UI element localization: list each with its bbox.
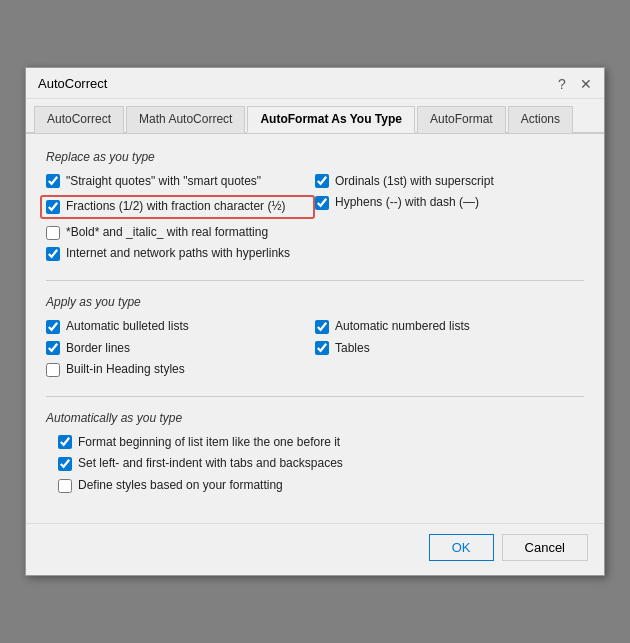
auto-numbered-label[interactable]: Automatic numbered lists [335, 319, 470, 335]
tab-autoformat[interactable]: AutoFormat [417, 106, 506, 133]
apply-columns: Automatic bulleted lists Border lines Bu… [46, 319, 584, 378]
auto-items: Format beginning of list item like the o… [46, 435, 584, 494]
bold-italic-row: *Bold* and _italic_ with real formatting [46, 225, 315, 241]
define-styles-row: Define styles based on your formatting [58, 478, 584, 494]
ordinals-label[interactable]: Ordinals (1st) with superscript [335, 174, 494, 190]
tab-autocorrect[interactable]: AutoCorrect [34, 106, 124, 133]
replace-section-title: Replace as you type [46, 150, 584, 164]
set-indent-checkbox[interactable] [58, 457, 72, 471]
tab-math-autocorrect[interactable]: Math AutoCorrect [126, 106, 245, 133]
tables-label[interactable]: Tables [335, 341, 370, 357]
divider-2 [46, 396, 584, 397]
auto-bulleted-checkbox[interactable] [46, 320, 60, 334]
close-button[interactable]: ✕ [576, 74, 596, 94]
replace-section: Replace as you type "Straight quotes" wi… [46, 150, 584, 262]
fractions-checkbox[interactable] [46, 200, 60, 214]
border-lines-checkbox[interactable] [46, 341, 60, 355]
auto-section: Automatically as you type Format beginni… [46, 411, 584, 494]
define-styles-label[interactable]: Define styles based on your formatting [78, 478, 283, 494]
internet-paths-label[interactable]: Internet and network paths with hyperlin… [66, 246, 290, 262]
define-styles-checkbox[interactable] [58, 479, 72, 493]
ordinals-checkbox[interactable] [315, 174, 329, 188]
fractions-label[interactable]: Fractions (1/2) with fraction character … [66, 199, 285, 215]
replace-col1: "Straight quotes" with "smart quotes" Fr… [46, 174, 315, 262]
help-button[interactable]: ? [552, 74, 572, 94]
straight-quotes-label[interactable]: "Straight quotes" with "smart quotes" [66, 174, 261, 190]
bold-italic-label[interactable]: *Bold* and _italic_ with real formatting [66, 225, 268, 241]
format-beginning-checkbox[interactable] [58, 435, 72, 449]
set-indent-label[interactable]: Set left- and first-indent with tabs and… [78, 456, 343, 472]
bold-italic-checkbox[interactable] [46, 226, 60, 240]
apply-section: Apply as you type Automatic bulleted lis… [46, 295, 584, 378]
heading-styles-row: Built-in Heading styles [46, 362, 315, 378]
dialog-content: Replace as you type "Straight quotes" wi… [26, 134, 604, 524]
straight-quotes-checkbox[interactable] [46, 174, 60, 188]
title-bar: AutoCorrect ? ✕ [26, 68, 604, 99]
auto-bulleted-row: Automatic bulleted lists [46, 319, 315, 335]
tables-row: Tables [315, 341, 584, 357]
cancel-button[interactable]: Cancel [502, 534, 588, 561]
hyphens-checkbox[interactable] [315, 196, 329, 210]
dialog-footer: OK Cancel [26, 523, 604, 575]
replace-col2: Ordinals (1st) with superscript Hyphens … [315, 174, 584, 262]
auto-section-title: Automatically as you type [46, 411, 584, 425]
tables-checkbox[interactable] [315, 341, 329, 355]
fractions-row: Fractions (1/2) with fraction character … [40, 195, 315, 219]
straight-quotes-row: "Straight quotes" with "smart quotes" [46, 174, 315, 190]
divider-1 [46, 280, 584, 281]
tab-autoformat-as-you-type[interactable]: AutoFormat As You Type [247, 106, 415, 133]
set-indent-row: Set left- and first-indent with tabs and… [58, 456, 584, 472]
hyphens-row: Hyphens (--) with dash (—) [315, 195, 584, 211]
title-buttons: ? ✕ [552, 74, 596, 94]
heading-styles-label[interactable]: Built-in Heading styles [66, 362, 185, 378]
internet-paths-checkbox[interactable] [46, 247, 60, 261]
auto-numbered-row: Automatic numbered lists [315, 319, 584, 335]
internet-paths-row: Internet and network paths with hyperlin… [46, 246, 315, 262]
replace-columns: "Straight quotes" with "smart quotes" Fr… [46, 174, 584, 262]
dialog-title: AutoCorrect [38, 76, 107, 91]
autocorrect-dialog: AutoCorrect ? ✕ AutoCorrect Math AutoCor… [25, 67, 605, 577]
apply-col2: Automatic numbered lists Tables [315, 319, 584, 378]
heading-styles-checkbox[interactable] [46, 363, 60, 377]
auto-numbered-checkbox[interactable] [315, 320, 329, 334]
border-lines-label[interactable]: Border lines [66, 341, 130, 357]
apply-section-title: Apply as you type [46, 295, 584, 309]
auto-bulleted-label[interactable]: Automatic bulleted lists [66, 319, 189, 335]
format-beginning-row: Format beginning of list item like the o… [58, 435, 584, 451]
border-lines-row: Border lines [46, 341, 315, 357]
ordinals-row: Ordinals (1st) with superscript [315, 174, 584, 190]
hyphens-label[interactable]: Hyphens (--) with dash (—) [335, 195, 479, 211]
apply-col1: Automatic bulleted lists Border lines Bu… [46, 319, 315, 378]
format-beginning-label[interactable]: Format beginning of list item like the o… [78, 435, 340, 451]
ok-button[interactable]: OK [429, 534, 494, 561]
tab-actions[interactable]: Actions [508, 106, 573, 133]
tab-bar: AutoCorrect Math AutoCorrect AutoFormat … [26, 99, 604, 134]
